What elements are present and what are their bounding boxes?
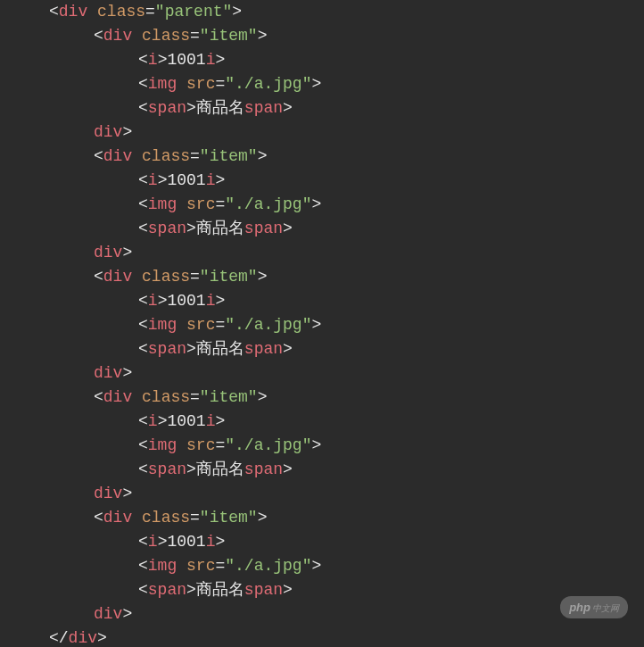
- code-line: <span>商品名span>: [49, 337, 644, 361]
- code-line: div>: [49, 361, 644, 386]
- code-item-block: <div class="item"><i>1001i><img src="./a…: [49, 24, 644, 145]
- equals-sign: =: [145, 3, 155, 21]
- code-line: <div class="item">: [49, 24, 644, 48]
- code-line: <img src="./a.jpg">: [49, 313, 644, 337]
- watermark-sub: 中文网: [592, 603, 619, 613]
- angle-bracket: <: [49, 3, 59, 21]
- code-line: div>: [49, 241, 644, 265]
- code-line: div>: [49, 120, 644, 145]
- code-item-block: <div class="item"><i>1001i><img src="./a…: [49, 386, 644, 506]
- code-line: <i>1001i>: [49, 530, 644, 554]
- code-line: <div class="item">: [49, 145, 644, 169]
- code-line: <span>商品名span>: [49, 96, 644, 120]
- code-line: <i>1001i>: [49, 289, 644, 313]
- code-line: <i>1001i>: [49, 169, 644, 193]
- code-line: <span>商品名span>: [49, 458, 644, 482]
- code-line: <img src="./a.jpg">: [49, 72, 644, 96]
- watermark-badge: php中文网: [560, 596, 628, 619]
- code-line: <img src="./a.jpg">: [49, 554, 644, 578]
- tag-name: div: [69, 629, 97, 647]
- code-item-block: <div class="item"><i>1001i><img src="./a…: [49, 506, 644, 626]
- code-line: <img src="./a.jpg">: [49, 193, 644, 217]
- code-item-block: <div class="item"><i>1001i><img src="./a…: [49, 265, 644, 386]
- code-item-block: <div class="item"><i>1001i><img src="./a…: [49, 145, 644, 265]
- attr-value: "parent": [155, 3, 232, 21]
- watermark-main: php: [569, 601, 590, 614]
- code-line: <span>商品名span>: [49, 217, 644, 241]
- code-line: <div class="item">: [49, 386, 644, 410]
- code-line: <img src="./a.jpg">: [49, 434, 644, 458]
- code-line: <div class="parent">: [49, 0, 644, 24]
- attr-name: class: [97, 3, 145, 21]
- code-line: <i>1001i>: [49, 48, 644, 72]
- tag-name: div: [59, 3, 87, 21]
- code-line: <span>商品名span>: [49, 578, 644, 602]
- code-line: </div>: [49, 626, 644, 647]
- angle-bracket: >: [97, 629, 107, 647]
- code-line: <div class="item">: [49, 265, 644, 289]
- code-line: <i>1001i>: [49, 410, 644, 434]
- code-line: <div class="item">: [49, 506, 644, 530]
- angle-bracket: </: [49, 629, 69, 647]
- code-editor: <div class="parent"> <div class="item"><…: [0, 0, 644, 647]
- code-line: div>: [49, 602, 644, 626]
- angle-bracket: >: [232, 3, 242, 21]
- code-line: div>: [49, 482, 644, 506]
